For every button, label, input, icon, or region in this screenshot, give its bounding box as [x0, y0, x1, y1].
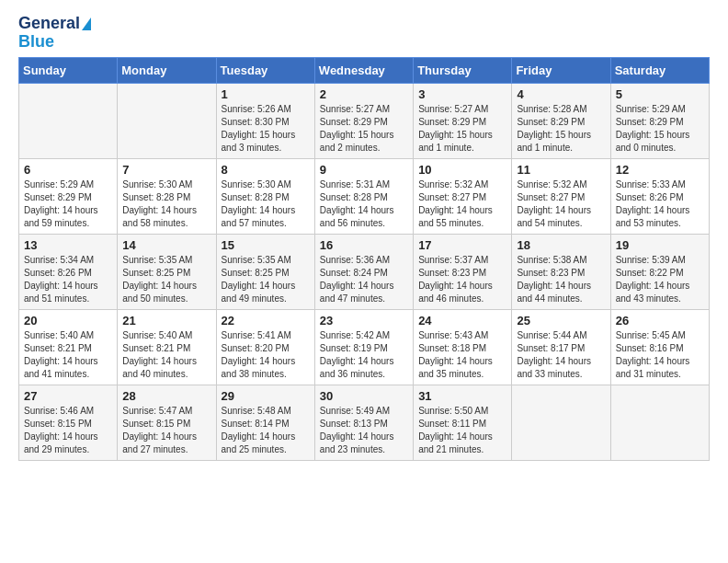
cell-day-number: 25: [517, 314, 605, 327]
cell-day-number: 16: [320, 238, 408, 252]
calendar-cell: 24Sunrise: 5:43 AM Sunset: 8:18 PM Dayli…: [414, 309, 512, 385]
cell-info-text: Sunrise: 5:36 AM Sunset: 8:24 PM Dayligh…: [320, 254, 408, 305]
cell-info-text: Sunrise: 5:49 AM Sunset: 8:13 PM Dayligh…: [320, 405, 408, 456]
calendar-cell: 9Sunrise: 5:31 AM Sunset: 8:28 PM Daylig…: [314, 158, 413, 234]
cell-day-number: 12: [616, 163, 704, 177]
calendar-cell: 12Sunrise: 5:33 AM Sunset: 8:26 PM Dayli…: [610, 158, 709, 234]
calendar-cell: 2Sunrise: 5:27 AM Sunset: 8:29 PM Daylig…: [314, 83, 413, 158]
calendar-cell: 4Sunrise: 5:28 AM Sunset: 8:29 PM Daylig…: [512, 83, 610, 158]
cell-day-number: 6: [24, 163, 112, 177]
cell-day-number: 23: [320, 314, 408, 327]
calendar-cell: 28Sunrise: 5:47 AM Sunset: 8:15 PM Dayli…: [118, 385, 216, 460]
calendar-cell: [19, 83, 118, 158]
cell-info-text: Sunrise: 5:47 AM Sunset: 8:15 PM Dayligh…: [122, 405, 210, 456]
logo-text-general: General: [18, 15, 80, 33]
calendar-header-row: SundayMondayTuesdayWednesdayThursdayFrid…: [19, 57, 710, 83]
logo-text-blue: Blue: [18, 33, 54, 52]
calendar-cell: 7Sunrise: 5:30 AM Sunset: 8:28 PM Daylig…: [118, 158, 216, 234]
cell-day-number: 29: [222, 389, 310, 403]
cell-day-number: 31: [418, 389, 506, 403]
calendar-cell: 8Sunrise: 5:30 AM Sunset: 8:28 PM Daylig…: [216, 158, 314, 234]
cell-day-number: 18: [517, 238, 605, 252]
cell-day-number: 2: [320, 87, 408, 101]
calendar-cell: 5Sunrise: 5:29 AM Sunset: 8:29 PM Daylig…: [610, 83, 709, 158]
cell-info-text: Sunrise: 5:44 AM Sunset: 8:17 PM Dayligh…: [517, 329, 605, 381]
calendar-cell: [118, 83, 216, 158]
logo: General Blue: [18, 15, 91, 52]
cell-day-number: 20: [24, 314, 112, 327]
cell-info-text: Sunrise: 5:40 AM Sunset: 8:21 PM Dayligh…: [122, 329, 210, 381]
day-header-friday: Friday: [512, 57, 610, 83]
cell-info-text: Sunrise: 5:31 AM Sunset: 8:28 PM Dayligh…: [320, 178, 408, 230]
cell-info-text: Sunrise: 5:32 AM Sunset: 8:27 PM Dayligh…: [517, 178, 605, 230]
cell-day-number: 17: [418, 238, 506, 252]
cell-day-number: 9: [320, 163, 408, 177]
calendar-cell: 3Sunrise: 5:27 AM Sunset: 8:29 PM Daylig…: [414, 83, 512, 158]
calendar-cell: 23Sunrise: 5:42 AM Sunset: 8:19 PM Dayli…: [314, 309, 413, 385]
cell-info-text: Sunrise: 5:48 AM Sunset: 8:14 PM Dayligh…: [222, 405, 310, 456]
cell-info-text: Sunrise: 5:32 AM Sunset: 8:27 PM Dayligh…: [418, 178, 506, 230]
calendar-cell: 22Sunrise: 5:41 AM Sunset: 8:20 PM Dayli…: [216, 309, 314, 385]
calendar-cell: 15Sunrise: 5:35 AM Sunset: 8:25 PM Dayli…: [216, 234, 314, 309]
cell-info-text: Sunrise: 5:28 AM Sunset: 8:29 PM Dayligh…: [517, 103, 605, 155]
calendar-cell: 16Sunrise: 5:36 AM Sunset: 8:24 PM Dayli…: [314, 234, 413, 309]
cell-info-text: Sunrise: 5:34 AM Sunset: 8:26 PM Dayligh…: [24, 254, 112, 305]
calendar-cell: 13Sunrise: 5:34 AM Sunset: 8:26 PM Dayli…: [19, 234, 118, 309]
calendar-cell: 30Sunrise: 5:49 AM Sunset: 8:13 PM Dayli…: [314, 385, 413, 460]
calendar-cell: 11Sunrise: 5:32 AM Sunset: 8:27 PM Dayli…: [512, 158, 610, 234]
calendar-cell: 10Sunrise: 5:32 AM Sunset: 8:27 PM Dayli…: [414, 158, 512, 234]
page-header: General Blue: [18, 15, 710, 52]
calendar-cell: 29Sunrise: 5:48 AM Sunset: 8:14 PM Dayli…: [216, 385, 314, 460]
calendar-week-5: 27Sunrise: 5:46 AM Sunset: 8:15 PM Dayli…: [19, 385, 710, 460]
calendar-week-3: 13Sunrise: 5:34 AM Sunset: 8:26 PM Dayli…: [19, 234, 710, 309]
cell-info-text: Sunrise: 5:26 AM Sunset: 8:30 PM Dayligh…: [222, 103, 310, 155]
day-header-tuesday: Tuesday: [216, 57, 314, 83]
cell-info-text: Sunrise: 5:43 AM Sunset: 8:18 PM Dayligh…: [418, 329, 506, 381]
cell-info-text: Sunrise: 5:46 AM Sunset: 8:15 PM Dayligh…: [24, 405, 112, 456]
day-header-saturday: Saturday: [610, 57, 709, 83]
logo-triangle-icon: [82, 17, 91, 30]
cell-day-number: 26: [616, 314, 704, 327]
calendar-cell: 18Sunrise: 5:38 AM Sunset: 8:23 PM Dayli…: [512, 234, 610, 309]
cell-day-number: 13: [24, 238, 112, 252]
calendar-week-4: 20Sunrise: 5:40 AM Sunset: 8:21 PM Dayli…: [19, 309, 710, 385]
cell-info-text: Sunrise: 5:27 AM Sunset: 8:29 PM Dayligh…: [320, 103, 408, 155]
cell-info-text: Sunrise: 5:30 AM Sunset: 8:28 PM Dayligh…: [222, 178, 310, 230]
cell-day-number: 28: [122, 389, 210, 403]
cell-day-number: 3: [418, 87, 506, 101]
cell-info-text: Sunrise: 5:29 AM Sunset: 8:29 PM Dayligh…: [616, 103, 704, 155]
cell-day-number: 5: [616, 87, 704, 101]
cell-day-number: 22: [222, 314, 310, 327]
day-header-monday: Monday: [118, 57, 216, 83]
cell-info-text: Sunrise: 5:35 AM Sunset: 8:25 PM Dayligh…: [122, 254, 210, 305]
calendar-cell: [610, 385, 709, 460]
cell-day-number: 30: [320, 389, 408, 403]
cell-day-number: 4: [517, 87, 605, 101]
calendar-cell: 25Sunrise: 5:44 AM Sunset: 8:17 PM Dayli…: [512, 309, 610, 385]
calendar-cell: 1Sunrise: 5:26 AM Sunset: 8:30 PM Daylig…: [216, 83, 314, 158]
calendar-week-2: 6Sunrise: 5:29 AM Sunset: 8:29 PM Daylig…: [19, 158, 710, 234]
calendar-cell: [512, 385, 610, 460]
cell-info-text: Sunrise: 5:39 AM Sunset: 8:22 PM Dayligh…: [616, 254, 704, 305]
calendar-cell: 31Sunrise: 5:50 AM Sunset: 8:11 PM Dayli…: [414, 385, 512, 460]
cell-day-number: 14: [122, 238, 210, 252]
calendar-table: SundayMondayTuesdayWednesdayThursdayFrid…: [18, 57, 710, 461]
cell-day-number: 21: [122, 314, 210, 327]
cell-day-number: 19: [616, 238, 704, 252]
calendar-cell: 26Sunrise: 5:45 AM Sunset: 8:16 PM Dayli…: [610, 309, 709, 385]
cell-day-number: 27: [24, 389, 112, 403]
calendar-cell: 19Sunrise: 5:39 AM Sunset: 8:22 PM Dayli…: [610, 234, 709, 309]
day-header-wednesday: Wednesday: [314, 57, 413, 83]
cell-info-text: Sunrise: 5:27 AM Sunset: 8:29 PM Dayligh…: [418, 103, 506, 155]
cell-day-number: 10: [418, 163, 506, 177]
day-header-thursday: Thursday: [414, 57, 512, 83]
cell-info-text: Sunrise: 5:45 AM Sunset: 8:16 PM Dayligh…: [616, 329, 704, 381]
cell-day-number: 15: [222, 238, 310, 252]
calendar-cell: 6Sunrise: 5:29 AM Sunset: 8:29 PM Daylig…: [19, 158, 118, 234]
cell-info-text: Sunrise: 5:37 AM Sunset: 8:23 PM Dayligh…: [418, 254, 506, 305]
cell-info-text: Sunrise: 5:50 AM Sunset: 8:11 PM Dayligh…: [418, 405, 506, 456]
cell-info-text: Sunrise: 5:33 AM Sunset: 8:26 PM Dayligh…: [616, 178, 704, 230]
cell-info-text: Sunrise: 5:35 AM Sunset: 8:25 PM Dayligh…: [222, 254, 310, 305]
cell-info-text: Sunrise: 5:41 AM Sunset: 8:20 PM Dayligh…: [222, 329, 310, 381]
cell-day-number: 7: [122, 163, 210, 177]
